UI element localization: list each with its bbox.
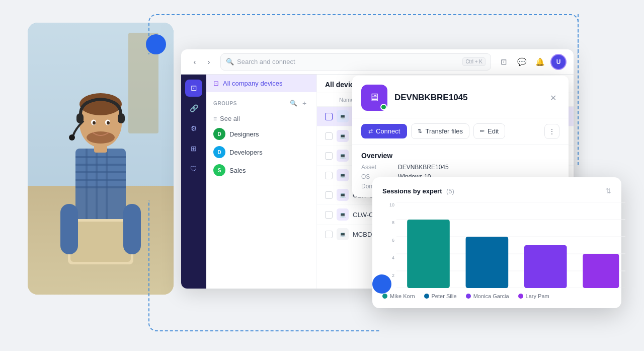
- transfer-icon: ⇅: [418, 128, 422, 134]
- top-bar: ‹ › 🔍 Search and connect Ctrl + K ⊡ 💬 🔔 …: [181, 49, 574, 75]
- all-devices-item[interactable]: ⊡ All company devices: [206, 75, 316, 92]
- all-devices-label: All company devices: [223, 80, 283, 87]
- see-all-label: See all: [220, 115, 240, 122]
- checkbox-7[interactable]: [325, 231, 333, 238]
- connect-button[interactable]: ⇄ Connect: [361, 124, 407, 138]
- svg-rect-1: [75, 156, 126, 158]
- chart-legend: Mike Korn Peter Silie Monica Garcia Lary…: [382, 293, 611, 299]
- device-avatar-icon: 🖥: [369, 91, 380, 104]
- device-icon-3: 💻: [337, 150, 349, 162]
- device-detail-name: DEVNBKBRE1045: [394, 93, 539, 103]
- svg-rect-3: [75, 171, 126, 173]
- svg-rect-7: [96, 149, 98, 229]
- svg-point-12: [87, 131, 115, 144]
- groups-actions: 🔍 +: [288, 98, 309, 108]
- checkbox-5[interactable]: [325, 191, 333, 199]
- device-icon-1: 💻: [337, 110, 349, 122]
- search-groups-button[interactable]: 🔍: [288, 98, 298, 108]
- transfer-files-button[interactable]: ⇅ Transfer files: [411, 123, 469, 139]
- top-icons: ⊡ 💬 🔔 U: [496, 54, 567, 70]
- svg-rect-22: [60, 204, 78, 254]
- groups-section: GROUPS 🔍 + ≡ See all D Designers D De: [206, 92, 316, 183]
- detail-header: 🖥 DEVNBKBRE1045 ✕: [352, 76, 569, 118]
- sidebar-icon-shield[interactable]: 🛡: [185, 160, 202, 177]
- svg-rect-21: [70, 222, 131, 262]
- checkbox-2[interactable]: [325, 132, 333, 140]
- sidebar-icon-grid[interactable]: ⊞: [185, 140, 202, 157]
- group-item-designers[interactable]: D Designers: [213, 125, 309, 143]
- chart-title: Sessions by expert: [382, 187, 442, 195]
- sales-label: Sales: [229, 167, 246, 174]
- developers-label: Developers: [229, 149, 263, 156]
- online-indicator: [380, 104, 387, 110]
- see-all-item[interactable]: ≡ See all: [213, 112, 309, 125]
- svg-rect-8: [106, 149, 108, 229]
- checkbox-1[interactable]: [325, 113, 333, 120]
- checkbox-4[interactable]: [325, 172, 333, 179]
- bar-monica-garcia: [524, 245, 567, 288]
- svg-rect-4: [75, 179, 126, 181]
- svg-rect-18: [118, 113, 125, 123]
- search-icon: 🔍: [226, 58, 234, 65]
- legend-peter-silie: Peter Silie: [424, 293, 457, 299]
- designers-dot: D: [213, 128, 225, 140]
- sidebar-icon-monitor[interactable]: ⊡: [185, 80, 202, 97]
- monitor-icon-button[interactable]: ⊡: [496, 54, 511, 69]
- legend-monica-garcia: Monica Garcia: [466, 293, 509, 299]
- blue-circle-top-right: [146, 34, 166, 54]
- legend-dot-lary: [518, 294, 523, 299]
- chart-area: 10 8 6 4 2: [382, 202, 611, 288]
- device-avatar: 🖥: [361, 85, 387, 111]
- bell-icon-button[interactable]: 🔔: [532, 54, 547, 69]
- device-icon-2: 💻: [337, 130, 349, 142]
- add-group-button[interactable]: +: [299, 98, 309, 108]
- svg-rect-0: [75, 149, 126, 229]
- detail-actions: ⇄ Connect ⇅ Transfer files ✏ Edit ⋮: [352, 118, 569, 145]
- developers-dot: D: [213, 146, 225, 158]
- chart-title-area: Sessions by expert (5): [382, 186, 454, 195]
- group-item-sales[interactable]: S Sales: [213, 161, 309, 179]
- sidebar-icon-link[interactable]: 🔗: [185, 100, 202, 117]
- sidebar-icon-settings[interactable]: ⚙: [185, 120, 202, 137]
- svg-rect-5: [75, 186, 126, 188]
- chart-sort-button[interactable]: ⇅: [605, 187, 611, 195]
- device-icon-4: 💻: [337, 169, 349, 181]
- info-row-asset: Asset DEVNBKBRE1045: [361, 164, 559, 171]
- designers-label: Designers: [229, 130, 259, 138]
- svg-point-19: [69, 134, 75, 141]
- all-devices-icon: ⊡: [213, 80, 219, 87]
- chart-header: Sessions by expert (5) ⇅: [382, 186, 611, 195]
- sidebar-icon-bar: ⊡ 🔗 ⚙ ⊞ 🛡: [181, 75, 206, 289]
- forward-button[interactable]: ›: [202, 55, 215, 68]
- bar-peter-silie: [466, 237, 509, 288]
- edit-icon: ✏: [480, 128, 485, 134]
- edit-button[interactable]: ✏ Edit: [473, 123, 505, 139]
- groups-header: GROUPS 🔍 +: [213, 98, 309, 108]
- blue-circle-bottom: [372, 274, 391, 294]
- legend-mike-korn: Mike Korn: [382, 293, 415, 299]
- checkbox-3[interactable]: [325, 152, 333, 160]
- see-all-icon: ≡: [213, 115, 217, 122]
- checkbox-6[interactable]: [325, 211, 333, 219]
- chart-panel: Sessions by expert (5) ⇅ 10 8 6 4 2: [372, 177, 621, 308]
- dashed-border-top: [148, 14, 579, 54]
- chat-icon-button[interactable]: 💬: [514, 54, 529, 69]
- search-shortcut: Ctrl + K: [462, 57, 486, 66]
- device-icon-7: 💻: [337, 228, 349, 240]
- back-button[interactable]: ‹: [188, 55, 201, 68]
- close-detail-button[interactable]: ✕: [546, 91, 559, 104]
- connect-icon: ⇄: [368, 128, 373, 134]
- more-actions-button[interactable]: ⋮: [544, 124, 559, 139]
- bar-lary-pam: [583, 254, 619, 288]
- left-panel: ⊡ All company devices GROUPS 🔍 + ≡ See a…: [206, 75, 317, 289]
- svg-point-16: [107, 121, 110, 125]
- user-avatar-button[interactable]: U: [550, 54, 567, 70]
- legend-dot-mike: [382, 294, 387, 299]
- group-item-developers[interactable]: D Developers: [213, 143, 309, 161]
- dashed-border-right-top: [578, 14, 579, 165]
- overview-title: Overview: [361, 152, 559, 160]
- chart-count: (5): [446, 187, 454, 195]
- legend-dot-monica: [466, 294, 471, 299]
- search-bar[interactable]: 🔍 Search and connect Ctrl + K: [220, 53, 491, 71]
- sales-dot: S: [213, 164, 225, 176]
